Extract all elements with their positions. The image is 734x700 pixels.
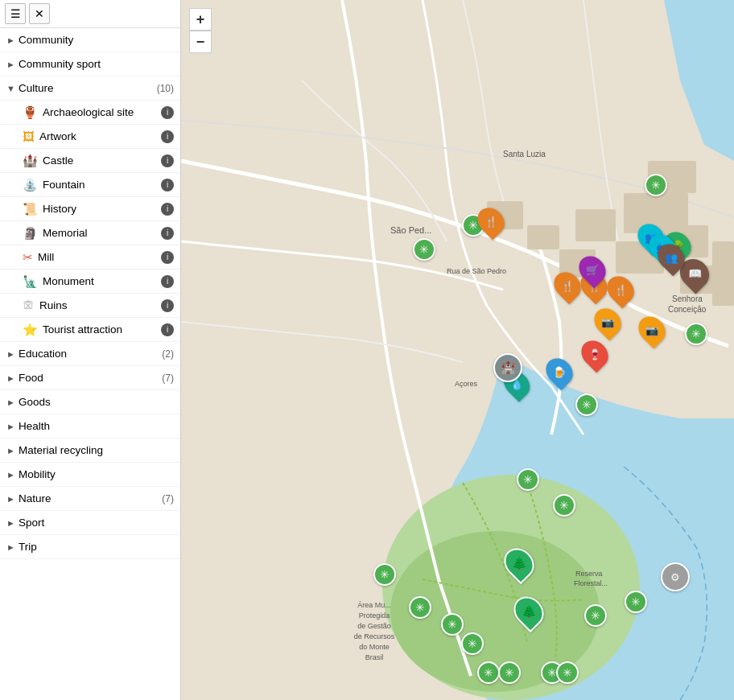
zoom-in-button[interactable]: +: [189, 8, 212, 31]
map-marker-m29[interactable]: ✳: [625, 591, 647, 613]
map-marker-m24[interactable]: ✳: [477, 661, 500, 684]
sidebar-item-education[interactable]: ► Education (2): [0, 342, 180, 366]
sidebar: ☰ ✕ ► Community ► Community sport ▼ Cult…: [0, 0, 181, 700]
map-marker-m22[interactable]: ✳: [441, 613, 464, 636]
svg-text:Protegida: Protegida: [359, 611, 390, 620]
info-button[interactable]: i: [161, 154, 174, 167]
sidebar-item-label: Material recycling: [19, 444, 174, 456]
map-marker-m28[interactable]: ✳: [584, 604, 607, 627]
info-button[interactable]: i: [161, 299, 174, 312]
category-icon: 📜: [23, 202, 38, 216]
sidebar-item-health[interactable]: ► Health: [0, 414, 180, 439]
arrow-icon: ►: [6, 60, 15, 69]
sidebar-item-culture[interactable]: ▼ Culture (10): [0, 76, 180, 101]
svg-rect-8: [527, 225, 559, 249]
map-marker-m12[interactable]: 🏰: [493, 353, 522, 382]
arrow-icon: ►: [6, 518, 15, 528]
zoom-out-button[interactable]: −: [189, 31, 212, 53]
sidebar-item-goods[interactable]: ► Goods: [0, 390, 180, 414]
svg-text:Brasil: Brasil: [365, 653, 384, 661]
list-toggle-button[interactable]: ☰: [5, 3, 26, 24]
sidebar-item-label: Trip: [19, 541, 174, 553]
close-button[interactable]: ✕: [29, 3, 50, 24]
map-marker-m14[interactable]: 🍷: [583, 340, 607, 369]
map-marker-m35[interactable]: 👥: [659, 243, 683, 272]
map-marker-m7[interactable]: 🍴: [608, 275, 633, 304]
svg-text:Rua de São Pedro: Rua de São Pedro: [447, 267, 506, 275]
svg-text:do Monte: do Monte: [359, 643, 390, 651]
map-marker-m32[interactable]: 🌲: [515, 595, 542, 628]
info-button[interactable]: i: [161, 203, 174, 216]
sidebar-item-history[interactable]: 📜 History i: [0, 197, 180, 221]
sidebar-item-food[interactable]: ► Food (7): [0, 366, 180, 390]
sidebar-item-nature[interactable]: ► Nature (7): [0, 487, 180, 511]
sidebar-item-sport[interactable]: ► Sport: [0, 511, 180, 535]
map-controls: + −: [189, 8, 212, 53]
map-marker-m20[interactable]: ✳: [373, 563, 396, 586]
map-marker-m36[interactable]: ⚙: [661, 562, 690, 591]
sidebar-item-label: Mill: [38, 251, 158, 263]
map-marker-m27[interactable]: ✳: [556, 661, 579, 684]
category-icon: 🏰: [23, 154, 38, 168]
map-marker-m30[interactable]: ✳: [575, 393, 598, 416]
info-button[interactable]: i: [161, 227, 174, 240]
info-button[interactable]: i: [161, 323, 174, 336]
map-marker-m5[interactable]: 🍴: [555, 271, 579, 300]
category-icon: 🗽: [23, 274, 38, 289]
map-marker-m16[interactable]: 📷: [640, 315, 664, 344]
svg-text:Florestal...: Florestal...: [574, 579, 608, 587]
sidebar-item-tourist-attraction[interactable]: ⭐ Tourist attraction i: [0, 318, 180, 342]
category-icon: 🗿: [23, 226, 38, 241]
map-container[interactable]: + −: [181, 0, 734, 700]
sidebar-items-container: ► Community ► Community sport ▼ Culture …: [0, 28, 180, 559]
map-marker-m23[interactable]: ✳: [461, 632, 484, 655]
map-marker-m21[interactable]: ✳: [409, 596, 431, 619]
sidebar-item-artwork[interactable]: 🖼 Artwork i: [0, 125, 180, 149]
arrow-icon: ►: [6, 397, 15, 407]
arrow-icon: ►: [6, 422, 15, 431]
category-icon: 🏚: [23, 299, 35, 312]
map-marker-m18[interactable]: ✳: [517, 468, 539, 491]
info-button[interactable]: i: [161, 106, 174, 119]
sidebar-item-fountain[interactable]: ⛲ Fountain i: [0, 173, 180, 197]
sidebar-item-mobility[interactable]: ► Mobility: [0, 463, 180, 487]
map-marker-m3[interactable]: ✳: [645, 174, 667, 196]
arrow-icon: ►: [6, 35, 15, 45]
sidebar-item-monument[interactable]: 🗽 Monument i: [0, 270, 180, 294]
map-marker-m4[interactable]: 🍴: [479, 207, 503, 236]
sidebar-item-archaeological-site[interactable]: 🏺 Archaeological site i: [0, 101, 180, 125]
info-button[interactable]: i: [161, 275, 174, 288]
sidebar-item-label: Sport: [19, 517, 174, 529]
sidebar-item-community[interactable]: ► Community: [0, 28, 180, 52]
info-button[interactable]: i: [161, 130, 174, 143]
svg-text:de Gestão: de Gestão: [357, 622, 391, 630]
map-marker-m10[interactable]: 📖: [681, 258, 708, 289]
map-marker-m19[interactable]: ✳: [553, 494, 575, 517]
sidebar-item-material-recycling[interactable]: ► Material recycling: [0, 439, 180, 463]
svg-text:Conceição: Conceição: [668, 305, 707, 314]
arrow-icon: ►: [6, 542, 15, 552]
sidebar-toolbar: ☰ ✕: [0, 0, 180, 28]
sidebar-item-castle[interactable]: 🏰 Castle i: [0, 149, 180, 173]
map-marker-m15[interactable]: 📷: [596, 307, 620, 336]
map-marker-m25[interactable]: ✳: [498, 661, 521, 684]
map-marker-m17[interactable]: ✳: [685, 323, 707, 345]
map-marker-m8[interactable]: 🍺: [547, 357, 571, 386]
sidebar-item-label: Culture: [19, 82, 154, 94]
map-marker-m37[interactable]: 🛒: [580, 255, 604, 284]
sidebar-item-label: Education: [19, 348, 159, 360]
sidebar-item-label: Archaeological site: [43, 106, 158, 118]
sidebar-item-memorial[interactable]: 🗿 Memorial i: [0, 221, 180, 245]
sidebar-item-community-sport[interactable]: ► Community sport: [0, 52, 180, 76]
sidebar-item-label: Tourist attraction: [43, 323, 158, 336]
map-marker-m2[interactable]: ✳: [413, 238, 435, 261]
sidebar-item-mill[interactable]: ✂ Mill i: [0, 245, 180, 270]
map-marker-m31[interactable]: 🌲: [505, 547, 533, 579]
sidebar-item-label: Mobility: [19, 468, 174, 480]
info-button[interactable]: i: [161, 179, 174, 191]
svg-text:Área Mu...: Área Mu...: [357, 601, 391, 609]
info-button[interactable]: i: [161, 251, 174, 264]
svg-text:Reserva: Reserva: [575, 570, 603, 578]
sidebar-item-ruins[interactable]: 🏚 Ruins i: [0, 294, 180, 318]
sidebar-item-trip[interactable]: ► Trip: [0, 535, 180, 559]
